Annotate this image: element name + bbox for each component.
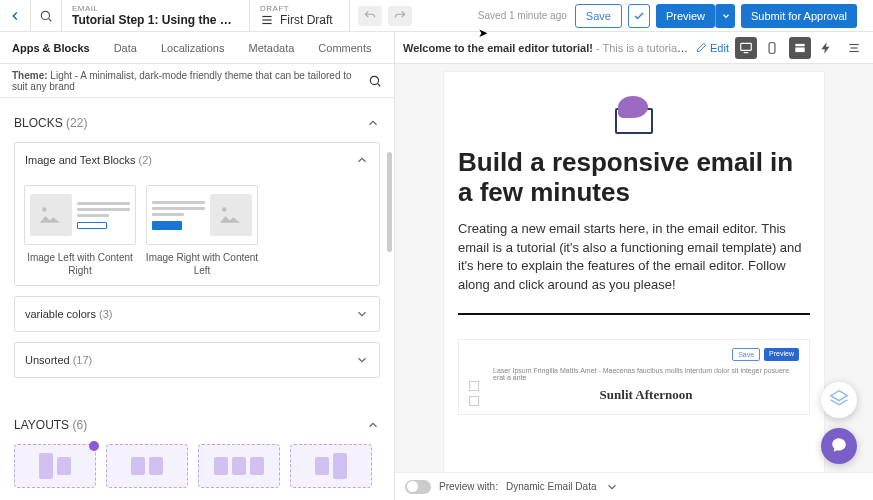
edit-link[interactable]: Edit bbox=[696, 42, 729, 54]
svg-point-0 bbox=[41, 11, 49, 19]
badge-icon bbox=[89, 441, 99, 451]
preview-footer: Preview with: Dynamic Email Data bbox=[395, 472, 873, 500]
acc-head-unsorted[interactable]: Unsorted (17) bbox=[15, 343, 379, 377]
block-card-image-left[interactable]: Image Left with Content Right bbox=[23, 185, 137, 277]
logo bbox=[458, 96, 810, 134]
nested-save-button: Save bbox=[732, 348, 760, 361]
svg-point-5 bbox=[370, 76, 378, 84]
preview-button[interactable]: Preview bbox=[656, 4, 715, 28]
undo-icon bbox=[363, 9, 377, 23]
search-button[interactable] bbox=[31, 0, 62, 31]
left-tabs: Apps & Blocks Data Localizations Metadat… bbox=[0, 32, 394, 64]
divider bbox=[458, 313, 810, 315]
layout-card[interactable] bbox=[290, 444, 372, 488]
tab-apps-blocks[interactable]: Apps & Blocks bbox=[0, 32, 102, 63]
draft-value: First Draft bbox=[280, 13, 333, 27]
theme-search-icon[interactable] bbox=[368, 74, 382, 88]
back-button[interactable] bbox=[0, 0, 31, 31]
tab-metadata[interactable]: Metadata bbox=[236, 32, 306, 63]
device-desktop-button[interactable] bbox=[735, 37, 757, 59]
chevron-up-icon bbox=[366, 116, 380, 130]
chevron-down-icon bbox=[355, 353, 369, 367]
svg-rect-9 bbox=[741, 43, 752, 50]
top-bar: EMAIL Tutorial Step 1: Using the Email B… bbox=[0, 0, 873, 32]
nested-preview-button: Preview bbox=[764, 348, 799, 361]
svg-point-8 bbox=[222, 207, 226, 211]
redo-button[interactable] bbox=[388, 6, 412, 26]
layouts-grid bbox=[14, 444, 380, 488]
scrollbar[interactable] bbox=[387, 152, 392, 252]
main-content: Apps & Blocks Data Localizations Metadat… bbox=[0, 32, 873, 500]
svg-rect-12 bbox=[795, 43, 804, 45]
svg-line-6 bbox=[378, 83, 381, 86]
tab-localizations[interactable]: Localizations bbox=[149, 32, 237, 63]
chat-bubble-icon bbox=[618, 96, 648, 118]
email-canvas[interactable]: Build a responsive email in a few minute… bbox=[395, 64, 873, 500]
preview-welcome-text: Welcome to the email editor tutorial! - … bbox=[403, 42, 690, 54]
redo-icon bbox=[393, 9, 407, 23]
doc-title: Tutorial Step 1: Using the Email B... bbox=[72, 13, 239, 27]
layouts-section-header[interactable]: LAYOUTS (6) bbox=[14, 418, 380, 432]
right-panel: Welcome to the email editor tutorial! - … bbox=[395, 32, 873, 500]
preview-dropdown-button[interactable] bbox=[715, 4, 735, 28]
document-title-section[interactable]: EMAIL Tutorial Step 1: Using the Email B… bbox=[62, 0, 250, 31]
email-heading: Build a responsive email in a few minute… bbox=[458, 148, 810, 208]
tab-data[interactable]: Data bbox=[102, 32, 149, 63]
chevron-down-icon bbox=[355, 307, 369, 321]
bolt-button[interactable] bbox=[815, 37, 837, 59]
preview-toggle[interactable] bbox=[405, 480, 431, 494]
layers-icon bbox=[829, 389, 849, 412]
align-button[interactable] bbox=[843, 37, 865, 59]
undo-button[interactable] bbox=[358, 6, 382, 26]
save-button[interactable]: Save bbox=[575, 4, 622, 28]
svg-point-7 bbox=[42, 207, 46, 211]
list-icon bbox=[260, 13, 274, 27]
chevron-down-icon bbox=[605, 480, 619, 494]
acc-variable-colors: variable colors (3) bbox=[14, 296, 380, 332]
save-confirm-button[interactable] bbox=[628, 4, 650, 28]
thumb-image-right bbox=[146, 185, 258, 245]
topbar-right: Saved 1 minute ago Save Preview Submit f… bbox=[420, 0, 873, 31]
block-card-image-right[interactable]: Image Right with Content Left bbox=[145, 185, 259, 277]
doc-type-label: EMAIL bbox=[72, 4, 99, 13]
left-panel: Apps & Blocks Data Localizations Metadat… bbox=[0, 32, 395, 500]
nested-sidebar bbox=[469, 367, 483, 406]
chat-icon bbox=[830, 436, 848, 457]
email-body: Build a responsive email in a few minute… bbox=[444, 72, 824, 492]
nested-preview: Save Preview Laser Ipsum Fringilla Matti… bbox=[458, 339, 810, 415]
draft-label: DRAFT bbox=[260, 4, 289, 13]
view-mode-button[interactable] bbox=[789, 37, 811, 59]
thumb-image-left bbox=[24, 185, 136, 245]
acc-image-text-blocks: Image and Text Blocks (2) Image Left wit… bbox=[14, 142, 380, 286]
layout-card[interactable] bbox=[198, 444, 280, 488]
draft-status-section[interactable]: DRAFT First Draft bbox=[250, 0, 350, 31]
search-icon bbox=[39, 9, 53, 23]
svg-marker-17 bbox=[831, 390, 848, 400]
layout-card[interactable] bbox=[14, 444, 96, 488]
preview-with-label: Preview with: bbox=[439, 481, 498, 492]
nested-title: Sunlit Afternoon bbox=[493, 387, 799, 403]
saved-status: Saved 1 minute ago bbox=[478, 10, 567, 21]
acc-head-variable-colors[interactable]: variable colors (3) bbox=[15, 297, 379, 331]
email-paragraph: Creating a new email starts here, in the… bbox=[458, 220, 810, 295]
image-placeholder-icon bbox=[30, 194, 72, 236]
device-mobile-button[interactable] bbox=[761, 37, 783, 59]
submit-approval-button[interactable]: Submit for Approval bbox=[741, 4, 857, 28]
preview-bar: Welcome to the email editor tutorial! - … bbox=[395, 32, 873, 64]
chevron-left-icon bbox=[8, 9, 22, 23]
card-label: Image Left with Content Right bbox=[23, 251, 137, 277]
svg-line-1 bbox=[49, 18, 52, 21]
svg-rect-13 bbox=[795, 47, 804, 52]
blocks-panel: BLOCKS (22) Image and Text Blocks (2) bbox=[0, 98, 394, 500]
blocks-section-header[interactable]: BLOCKS (22) bbox=[14, 116, 380, 130]
help-chat-button[interactable] bbox=[821, 428, 857, 464]
layers-float-button[interactable] bbox=[821, 382, 857, 418]
svg-rect-11 bbox=[769, 42, 775, 53]
layout-card[interactable] bbox=[106, 444, 188, 488]
chevron-up-icon bbox=[366, 418, 380, 432]
preview-data-value[interactable]: Dynamic Email Data bbox=[506, 481, 597, 492]
acc-head-image-text[interactable]: Image and Text Blocks (2) bbox=[15, 143, 379, 177]
theme-row[interactable]: Theme: Light - A minimalist, dark-mode f… bbox=[0, 64, 394, 98]
nested-header-text: Laser Ipsum Fringilla Mattis Amet - Maec… bbox=[493, 367, 799, 381]
tab-comments[interactable]: Comments bbox=[306, 32, 383, 63]
